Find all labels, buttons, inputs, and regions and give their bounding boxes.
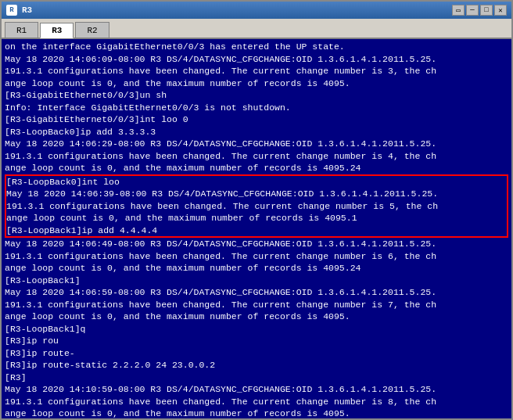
close-button[interactable]: ✕ (494, 5, 507, 16)
terminal-line: [R3-LoopBack1]q (5, 323, 508, 336)
terminal-line: May 18 2020 14:06:39-08:00 R3 DS/4/DATAS… (6, 188, 507, 200)
terminal-output[interactable]: on the interface GigabitEthernet0/0/3 ha… (2, 39, 511, 418)
tab-R1[interactable]: R1 (5, 22, 38, 38)
terminal-line: ange loop count is 0, and the maximum nu… (6, 212, 507, 224)
terminal-line: [R3-LoopBack0]int loo (6, 176, 507, 188)
terminal-line: [R3] (5, 372, 508, 384)
terminal-line: [R3-GigabitEthernet0/0/3]un sh (5, 89, 508, 102)
window-title: R3 (22, 5, 32, 15)
terminal-line: on the interface GigabitEthernet0/0/3 ha… (5, 41, 508, 53)
terminal-line: ange loop count is 0, and the maximum nu… (5, 162, 508, 174)
terminal-line: [R3-GigabitEthernet0/0/3]int loo 0 (5, 113, 508, 126)
terminal-line: May 18 2020 14:06:29-08:00 R3 DS/4/DATAS… (5, 138, 508, 150)
minimize-button[interactable]: ─ (466, 5, 479, 16)
title-bar: R R3 ▭ ─ □ ✕ (2, 2, 511, 19)
terminal-line: 191.3.1 configurations have been changed… (6, 200, 507, 213)
terminal-line: [R3-LoopBack0]ip add 3.3.3.3 (5, 126, 508, 138)
terminal-line: ange loop count is 0, and the maximum nu… (5, 262, 508, 275)
maximize-button[interactable]: □ (480, 5, 493, 16)
terminal-line: 191.3.1 configurations have been changed… (5, 150, 508, 163)
terminal-line: May 18 2020 14:10:59-08:00 R3 DS/4/DATAS… (5, 383, 508, 396)
terminal-line: [R3]ip route-static 2.2.2.0 24 23.0.0.2 (5, 359, 508, 372)
title-controls: ▭ ─ □ ✕ (452, 5, 507, 16)
terminal-line: [R3]ip route- (5, 347, 508, 360)
terminal-line: 191.3.1 configurations have been changed… (5, 396, 508, 408)
terminal-line: ange loop count is 0, and the maximum nu… (5, 311, 508, 323)
tabs-bar: R1 R3 R2 (2, 19, 511, 39)
terminal-line: May 18 2020 14:06:49-08:00 R3 DS/4/DATAS… (5, 238, 508, 250)
terminal-line: [R3-LoopBack1] (5, 275, 508, 287)
terminal-line: [R3-LoopBack1]ip add 4.4.4.4 (6, 224, 507, 237)
tab-R2[interactable]: R2 (75, 22, 109, 38)
terminal-line: 191.3.1 configurations have been changed… (5, 65, 508, 77)
terminal-line: 191.3.1 configurations have been changed… (5, 299, 508, 311)
terminal-line: May 18 2020 14:06:09-08:00 R3 DS/4/DATAS… (5, 53, 508, 66)
content-area: on the interface GigabitEthernet0/0/3 ha… (2, 39, 511, 418)
terminal-line: ange loop count is 0, and the maximum nu… (5, 407, 508, 418)
main-window: R R3 ▭ ─ □ ✕ R1 R3 R2 on the interface G… (0, 0, 513, 420)
title-bar-left: R R3 (6, 5, 32, 16)
tab-R3[interactable]: R3 (40, 23, 74, 38)
terminal-line: Info: Interface GigabitEthernet0/0/3 is … (5, 102, 508, 114)
restore-button[interactable]: ▭ (452, 5, 465, 16)
terminal-line: May 18 2020 14:06:59-08:00 R3 DS/4/DATAS… (5, 286, 508, 299)
terminal-line: [R3]ip rou (5, 335, 508, 347)
terminal-line: ange loop count is 0, and the maximum nu… (5, 77, 508, 90)
window-icon: R (6, 5, 17, 16)
terminal-line: 191.3.1 configurations have been changed… (5, 250, 508, 263)
